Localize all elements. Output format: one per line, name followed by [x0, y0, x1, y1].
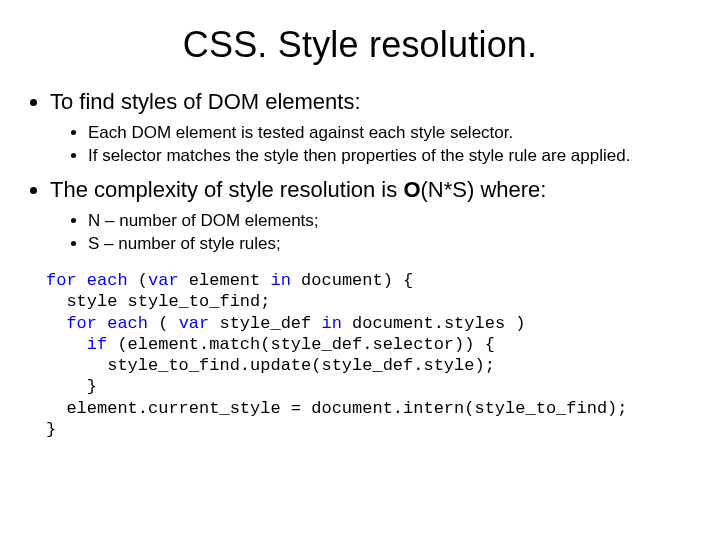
kw-each-2: each [107, 314, 148, 333]
kw-var: var [148, 271, 179, 290]
slide-title: CSS. Style resolution. [28, 24, 692, 66]
bullet-2-1: N – number of DOM elements; [88, 210, 692, 231]
code-l7: element.current_style = document.intern(… [46, 399, 628, 418]
bullet-2-2: S – number of style rules; [88, 233, 692, 254]
code-l8: } [46, 420, 56, 439]
bullet-2-bold: O [403, 177, 420, 202]
kw-if: if [87, 335, 107, 354]
kw-in-2: in [321, 314, 341, 333]
code-l5: style_to_find.update(style_def.style); [46, 356, 495, 375]
bullet-1-text: To find styles of DOM elements: [50, 89, 361, 114]
bullet-2-post: (N*S) where: [421, 177, 547, 202]
code-l1-b: element [179, 271, 271, 290]
code-l1-c: document) { [291, 271, 413, 290]
kw-for-2: for [66, 314, 97, 333]
code-l4-a [46, 335, 87, 354]
kw-each: each [87, 271, 128, 290]
code-l6: } [46, 377, 97, 396]
bullet-2: The complexity of style resolution is O(… [50, 176, 692, 254]
code-l1-a: ( [128, 271, 148, 290]
kw-in: in [270, 271, 290, 290]
bullet-1-2: If selector matches the style then prope… [88, 145, 692, 166]
code-l3-d: document.styles ) [342, 314, 526, 333]
bullet-1-1: Each DOM element is tested against each … [88, 122, 692, 143]
slide: CSS. Style resolution. To find styles of… [0, 0, 720, 540]
code-l2: style style_to_find; [46, 292, 270, 311]
bullet-2-pre: The complexity of style resolution is [50, 177, 403, 202]
code-l3-b: ( [148, 314, 179, 333]
kw-var-2: var [179, 314, 210, 333]
bullet-1: To find styles of DOM elements: Each DOM… [50, 88, 692, 166]
bullet-1-sublist: Each DOM element is tested against each … [88, 122, 692, 167]
code-l3-c: style_def [209, 314, 321, 333]
code-block: for each (var element in document) { sty… [46, 270, 692, 440]
bullet-list-level1: To find styles of DOM elements: Each DOM… [50, 88, 692, 254]
code-l3-a [46, 314, 66, 333]
kw-for: for [46, 271, 77, 290]
bullet-2-sublist: N – number of DOM elements; S – number o… [88, 210, 692, 255]
code-l4-b: (element.match(style_def.selector)) { [107, 335, 495, 354]
